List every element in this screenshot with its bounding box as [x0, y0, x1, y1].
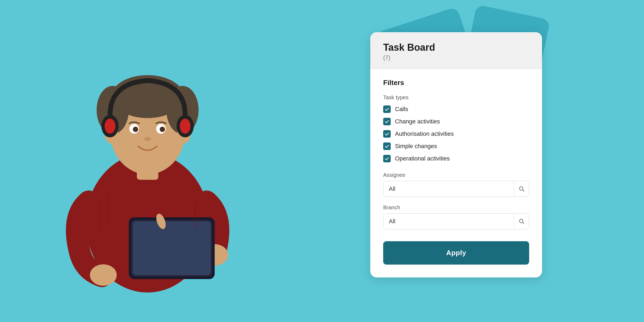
assignee-label: Assignee	[383, 172, 529, 178]
branch-input[interactable]	[383, 214, 514, 229]
svg-point-10	[133, 127, 138, 132]
checkbox-calls[interactable]	[383, 105, 391, 113]
checkbox-operational-activities[interactable]	[383, 155, 391, 162]
svg-point-17	[90, 264, 117, 286]
list-item: Operational activities	[383, 155, 529, 162]
list-item: Calls	[383, 105, 529, 113]
assignee-search-button[interactable]	[514, 181, 529, 196]
branch-field-row	[383, 213, 529, 229]
checkbox-change-activities[interactable]	[383, 118, 391, 125]
checkbox-operational-activities-label: Operational activities	[395, 155, 450, 162]
assignee-section: Assignee	[383, 172, 529, 197]
branch-section: Branch	[383, 204, 529, 229]
person-illustration	[0, 0, 295, 322]
branch-label: Branch	[383, 204, 529, 211]
svg-point-15	[105, 119, 115, 134]
svg-rect-21	[133, 221, 211, 275]
card-header: Task Board (7)	[370, 32, 542, 69]
card-body: Filters Task types Calls Change	[370, 69, 542, 277]
list-item: Simple changes	[383, 142, 529, 150]
list-item: Change activities	[383, 118, 529, 125]
svg-line-26	[522, 222, 524, 224]
assignee-input[interactable]	[383, 181, 514, 197]
task-types-label: Task types	[383, 94, 529, 101]
checkbox-simple-changes-label: Simple changes	[395, 143, 437, 150]
filters-heading: Filters	[383, 79, 529, 87]
card-title: Task Board	[383, 42, 529, 53]
svg-point-12	[144, 137, 151, 141]
apply-button[interactable]: Apply	[383, 241, 529, 265]
assignee-field-row	[383, 181, 529, 197]
branch-search-button[interactable]	[514, 214, 529, 229]
checkbox-authorisation-activities[interactable]	[383, 130, 391, 138]
list-item: Authorisation activities	[383, 130, 529, 138]
checkbox-list: Calls Change activities Authorisatio	[383, 105, 529, 162]
svg-line-24	[522, 190, 524, 192]
checkbox-change-activities-label: Change activities	[395, 118, 440, 125]
task-board-card: Task Board (7) Filters Task types Calls	[370, 32, 542, 277]
svg-point-11	[160, 127, 165, 132]
checkbox-calls-label: Calls	[395, 106, 408, 113]
checkbox-simple-changes[interactable]	[383, 142, 391, 150]
card-count: (7)	[383, 54, 529, 61]
checkbox-authorisation-activities-label: Authorisation activities	[395, 130, 454, 137]
svg-point-16	[180, 119, 191, 134]
